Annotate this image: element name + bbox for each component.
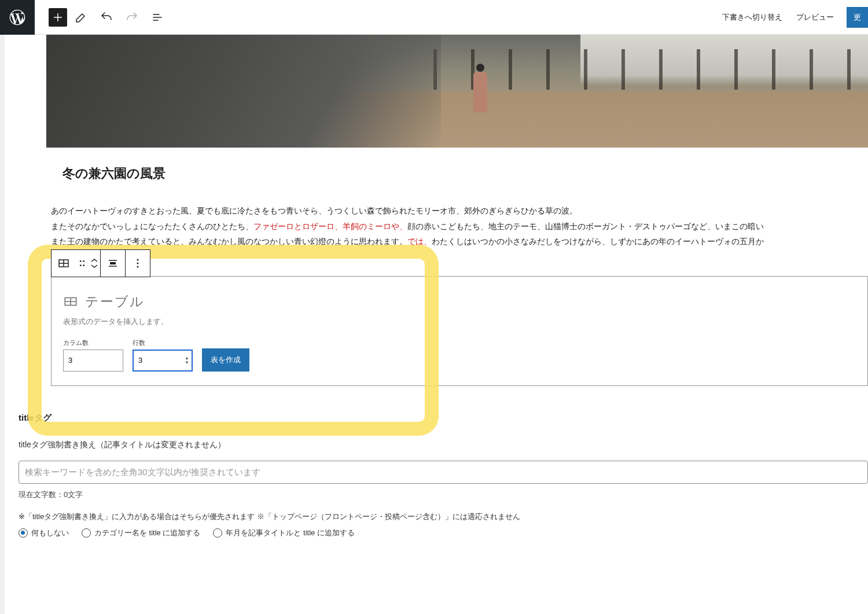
- svg-point-4: [83, 264, 84, 266]
- radio-option-category[interactable]: カテゴリー名を title に追加する: [82, 528, 200, 538]
- toolbar-group-block: [52, 250, 101, 277]
- wordpress-logo[interactable]: [0, 0, 35, 35]
- svg-point-6: [137, 259, 139, 260]
- radio-option-none[interactable]: 何もしない: [19, 528, 69, 538]
- chevron-up-icon: [90, 258, 98, 263]
- radio-label: 年月を記事タイトルと title に追加する: [226, 528, 354, 538]
- placeholder-title-row: テーブル: [63, 293, 856, 311]
- post-heading[interactable]: 冬の兼六園の風景: [62, 165, 868, 182]
- editor-content: 冬の兼六園の風景 あのイーハトーヴォのすきとおった風、夏でも底に冷たさをもつ青い…: [5, 35, 868, 561]
- more-options-button[interactable]: [126, 250, 150, 277]
- post-body: 冬の兼六園の風景 あのイーハトーヴォのすきとおった風、夏でも底に冷たさをもつ青い…: [51, 148, 868, 386]
- toolbar-group-align: [101, 250, 126, 277]
- block-type-button[interactable]: [52, 250, 76, 277]
- pencil-icon: [74, 10, 88, 24]
- row-label: 行数: [133, 339, 193, 347]
- table-block-wrapper: テーブル 表形式のデータを挿入します。 カラム数 行数 ▲▼: [51, 276, 868, 386]
- undo-icon: [100, 10, 113, 24]
- radio-label: カテゴリー名を title に追加する: [94, 528, 200, 538]
- table-config-row: カラム数 行数 ▲▼ 表を作成: [63, 339, 856, 372]
- column-label: カラム数: [63, 339, 123, 347]
- featured-image-block[interactable]: [46, 35, 868, 148]
- undo-button[interactable]: [95, 6, 118, 29]
- column-count-input[interactable]: [63, 350, 123, 372]
- create-table-button[interactable]: 表を作成: [202, 348, 249, 372]
- align-icon: [106, 256, 120, 270]
- placeholder-description: 表形式のデータを挿入します。: [63, 317, 856, 327]
- para-text: わたくしはいつかの小さなみだしをつけながら、しずかにあの年のイーハトーヴォの五月…: [432, 237, 764, 246]
- svg-point-2: [83, 260, 84, 262]
- preview-link[interactable]: プレビュー: [789, 12, 841, 23]
- drag-handle[interactable]: [76, 250, 89, 277]
- row-count-input[interactable]: [133, 350, 193, 372]
- title-tag-input[interactable]: [19, 461, 868, 484]
- placeholder-title: テーブル: [85, 293, 145, 311]
- column-field: カラム数: [63, 339, 123, 372]
- paragraph-block[interactable]: あのイーハトーヴォのすきとおった風、夏でも底に冷たさをもつ青いそら、うつくしい森…: [51, 203, 868, 249]
- update-button[interactable]: 更: [847, 7, 868, 28]
- ellipsis-icon: [131, 256, 145, 270]
- svg-point-3: [80, 264, 82, 266]
- row-field: 行数 ▲▼: [133, 339, 193, 372]
- para-text: 、みんなむかし風のなつかしい青い幻燈のように思われます。: [181, 237, 407, 246]
- plus-icon: [51, 10, 65, 24]
- radio-indicator: [82, 528, 91, 538]
- collapsed-sidebar[interactable]: [0, 35, 5, 561]
- switch-draft-link[interactable]: 下書きへ切り替え: [715, 12, 789, 23]
- drag-icon: [76, 256, 89, 270]
- table-block-placeholder: テーブル 表形式のデータを挿入します。 カラム数 行数 ▲▼: [51, 276, 868, 386]
- toolbar-right-group: 下書きへ切り替え プレビュー 更: [715, 0, 868, 34]
- align-button[interactable]: [101, 250, 125, 277]
- toolbar-group-more: [126, 250, 150, 277]
- meta-subheading: titleタグ強制書き換え（記事タイトルは変更されません）: [19, 440, 868, 450]
- add-block-button[interactable]: [49, 8, 67, 27]
- list-icon: [150, 10, 164, 24]
- para-highlight: では、: [407, 237, 432, 246]
- radio-group: 何もしない カテゴリー名を title に追加する 年月を記事タイトルと tit…: [19, 528, 868, 538]
- svg-point-1: [80, 260, 82, 262]
- svg-point-8: [137, 266, 139, 267]
- chevron-down-icon: [90, 263, 98, 269]
- table-icon: [57, 256, 71, 270]
- svg-point-7: [137, 262, 139, 264]
- radio-indicator: [19, 528, 28, 538]
- meta-section-heading: titleタグ: [19, 413, 868, 424]
- toolbar-left-group: [0, 0, 169, 34]
- para-text: 顔の赤いこどもたち、地主のテーモ、山猫博士のボーガント・デストゥパーゴなど、いま…: [407, 222, 764, 231]
- table-icon: [63, 294, 78, 309]
- block-toolbar: [51, 249, 150, 277]
- para-text: またそのなかでいっしょになったたくさんのひとたち、: [51, 222, 253, 231]
- title-tag-section: titleタグ titleタグ強制書き換え（記事タイトルは変更されません） 現在…: [19, 413, 868, 561]
- redo-button[interactable]: [120, 6, 144, 29]
- redo-icon: [125, 10, 139, 24]
- wordpress-icon: [8, 8, 27, 27]
- editor-top-toolbar: 下書きへ切り替え プレビュー 更: [0, 0, 868, 35]
- outline-button[interactable]: [146, 6, 169, 29]
- para-text: また王の建物のかたで考えていると: [51, 237, 181, 246]
- move-buttons[interactable]: [89, 250, 100, 277]
- radio-label: 何もしない: [31, 528, 69, 538]
- svg-rect-5: [110, 262, 116, 264]
- char-count-text: 現在文字数：0文字: [19, 490, 868, 500]
- number-spinner[interactable]: ▲▼: [185, 356, 189, 365]
- para-highlight: ファゼーロとロザーロ、羊飼のミーロや、: [253, 222, 407, 231]
- edit-tools-button[interactable]: [69, 6, 93, 29]
- para-text: あのイーハトーヴォのすきとおった風、夏でも底に冷たさをもつ青いそら、うつくしい森…: [51, 206, 578, 215]
- radio-option-date[interactable]: 年月を記事タイトルと title に追加する: [213, 528, 354, 538]
- meta-note: ※「titleタグ強制書き換え」に入力がある場合はそちらが優先されます ※「トッ…: [19, 512, 868, 522]
- radio-indicator: [213, 528, 222, 538]
